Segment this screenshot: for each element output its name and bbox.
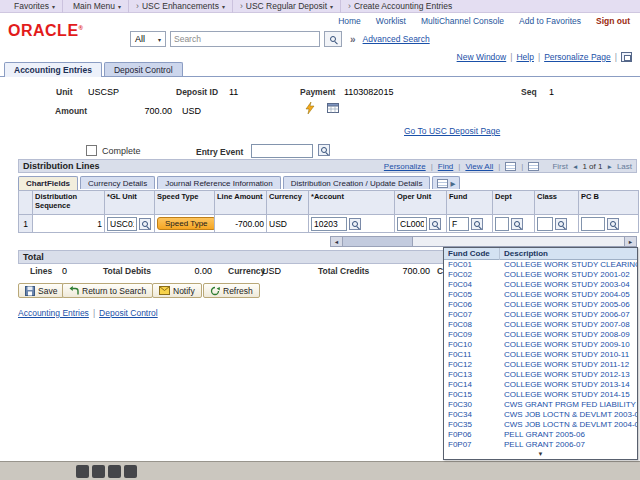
fund-lookup-icon[interactable]: [471, 218, 483, 230]
refresh-button[interactable]: Refresh: [203, 283, 260, 298]
first-link[interactable]: First: [552, 162, 568, 171]
tab-accounting-entries[interactable]: Accounting Entries: [4, 62, 102, 77]
return-to-search-button[interactable]: Return to Search: [62, 283, 153, 298]
fund-option[interactable]: F0C14 COLLEGE WORK STUDY 2013-14: [444, 380, 637, 390]
fund-code: F0C14: [444, 380, 500, 390]
pc-bus-unit-input[interactable]: [581, 217, 605, 231]
fund-option[interactable]: F0C06 COLLEGE WORK STUDY 2005-06: [444, 300, 637, 310]
goto-usc-deposit-link[interactable]: Go To USC Deposit Page: [404, 126, 500, 136]
tab-distribution-creation-update[interactable]: Distribution Creation / Update Details: [283, 176, 431, 189]
help-link[interactable]: Help: [516, 52, 533, 62]
copy-window-icon[interactable]: [621, 52, 632, 62]
row-position: 1 of 1: [582, 162, 602, 171]
download-grid-icon[interactable]: [528, 162, 539, 171]
fund-option[interactable]: F0P06 PELL GRANT 2005-06: [444, 430, 637, 440]
breadcrumb-item[interactable]: Favorites ▾: [4, 0, 62, 13]
fund-code: F0C01: [444, 260, 500, 270]
dept-input[interactable]: [495, 217, 509, 231]
search-button[interactable]: [324, 31, 342, 47]
scroll-left-icon[interactable]: ◄: [331, 237, 343, 246]
gl-unit-input[interactable]: [107, 217, 137, 231]
view-all-link[interactable]: View All: [465, 162, 493, 171]
fund-option[interactable]: F0C01 COLLEGE WORK STUDY CLEARING: [444, 260, 637, 270]
breadcrumb-label: USC Regular Deposit: [246, 1, 327, 11]
multichannel-console-link[interactable]: MultiChannel Console: [421, 16, 504, 26]
breadcrumb-item[interactable]: › Create Accounting Entries: [340, 0, 462, 13]
scroll-right-icon[interactable]: ►: [624, 237, 636, 246]
zoom-grid-icon[interactable]: [505, 162, 516, 171]
oper-unit-lookup-icon[interactable]: [429, 218, 441, 230]
footer-deposit-control-link[interactable]: Deposit Control: [99, 308, 158, 318]
personalize-page-link[interactable]: Personalize Page: [544, 52, 611, 62]
taskbar-app-icon[interactable]: [124, 465, 137, 478]
class-input[interactable]: [537, 217, 553, 231]
breadcrumb-item[interactable]: Main Menu ▾: [62, 0, 128, 13]
fund-option[interactable]: F0C12 COLLEGE WORK STUDY 2011-12: [444, 360, 637, 370]
save-button[interactable]: Save: [18, 283, 64, 298]
scroll-more-icon[interactable]: ▼: [444, 450, 637, 459]
account-input[interactable]: [311, 217, 347, 231]
scrollbar-track[interactable]: [413, 237, 624, 246]
dept-lookup-icon[interactable]: [511, 218, 523, 230]
seq-label: Seq: [521, 87, 537, 97]
fund-option[interactable]: F0C11 COLLEGE WORK STUDY 2010-11: [444, 350, 637, 360]
fund-option[interactable]: F0C09 COLLEGE WORK STUDY 2008-09: [444, 330, 637, 340]
gl-unit-lookup-icon[interactable]: [139, 218, 151, 230]
show-all-columns-tab[interactable]: ▶: [432, 176, 460, 189]
find-link[interactable]: Find: [438, 162, 454, 171]
lightning-icon[interactable]: [303, 101, 317, 115]
previous-row-icon[interactable]: ◄: [572, 163, 578, 170]
tab-journal-reference-information[interactable]: Journal Reference Information: [157, 176, 281, 189]
scrollbar-thumb[interactable]: [343, 237, 413, 246]
complete-checkbox[interactable]: [86, 145, 97, 156]
fund-input[interactable]: [449, 217, 469, 231]
fund-option[interactable]: F0C34 CWS JOB LOCTN & DEVLMT 2003-04: [444, 410, 637, 420]
grid-horizontal-scrollbar[interactable]: ◄ ►: [330, 236, 637, 247]
search-scope-select[interactable]: All ▾: [130, 31, 166, 47]
fund-option[interactable]: F0C04 COLLEGE WORK STUDY 2003-04: [444, 280, 637, 290]
tab-chartfields[interactable]: ChartFields: [18, 176, 78, 190]
fund-option[interactable]: F0C08 COLLEGE WORK STUDY 2007-08: [444, 320, 637, 330]
currency-cell: USD: [267, 215, 309, 233]
fund-option[interactable]: F0C13 COLLEGE WORK STUDY 2012-13: [444, 370, 637, 380]
personalize-link[interactable]: Personalize: [384, 162, 426, 171]
last-link[interactable]: Last: [617, 162, 632, 171]
next-row-icon[interactable]: ►: [606, 163, 612, 170]
pc-bus-unit-lookup-icon[interactable]: [607, 218, 619, 230]
totals-currency-value: USD: [262, 266, 281, 276]
taskbar-app-icon[interactable]: [108, 465, 121, 478]
tab-deposit-control[interactable]: Deposit Control: [104, 62, 183, 76]
fund-option[interactable]: F0C15 COLLEGE WORK STUDY 2014-15: [444, 390, 637, 400]
fund-option[interactable]: F0C35 CWS JOB LOCTN & DEVLMT 2004-05: [444, 420, 637, 430]
signout-link[interactable]: Sign out: [596, 16, 630, 26]
fund-option[interactable]: F0C10 COLLEGE WORK STUDY 2009-10: [444, 340, 637, 350]
class-lookup-icon[interactable]: [555, 218, 567, 230]
amount-currency: USD: [182, 106, 201, 116]
search-input[interactable]: [170, 31, 320, 47]
advanced-search-link[interactable]: Advanced Search: [363, 34, 430, 44]
notify-button[interactable]: Notify: [152, 283, 202, 298]
entry-event-lookup-icon[interactable]: [318, 144, 330, 156]
new-window-link[interactable]: New Window: [457, 52, 507, 62]
worklist-link[interactable]: Worklist: [376, 16, 406, 26]
entry-event-input[interactable]: [251, 144, 313, 158]
footer-accounting-entries-link[interactable]: Accounting Entries: [18, 308, 89, 318]
add-to-favorites-link[interactable]: Add to Favorites: [519, 16, 581, 26]
breadcrumb-item[interactable]: › USC Enhancements ▾: [128, 0, 232, 13]
home-link[interactable]: Home: [338, 16, 361, 26]
rate-detail-grid-icon[interactable]: [326, 101, 340, 115]
taskbar-app-icon[interactable]: [92, 465, 105, 478]
breadcrumb-item[interactable]: › USC Regular Deposit ▾: [232, 0, 340, 13]
double-chevron-icon[interactable]: »: [350, 34, 356, 45]
fund-option[interactable]: F0C30 CWS GRANT PRGM FED LIABILITY: [444, 400, 637, 410]
account-lookup-icon[interactable]: [349, 218, 361, 230]
fund-option[interactable]: F0P07 PELL GRANT 2006-07: [444, 440, 637, 450]
fund-option[interactable]: F0C05 COLLEGE WORK STUDY 2004-05: [444, 290, 637, 300]
taskbar-app-icon[interactable]: [76, 465, 89, 478]
tab-currency-details[interactable]: Currency Details: [80, 176, 155, 189]
fund-option[interactable]: F0C02 COLLEGE WORK STUDY 2001-02: [444, 270, 637, 280]
speed-type-button[interactable]: Speed Type: [157, 217, 215, 230]
save-icon: [25, 286, 35, 296]
oper-unit-input[interactable]: [397, 217, 427, 231]
fund-option[interactable]: F0C07 COLLEGE WORK STUDY 2006-07: [444, 310, 637, 320]
